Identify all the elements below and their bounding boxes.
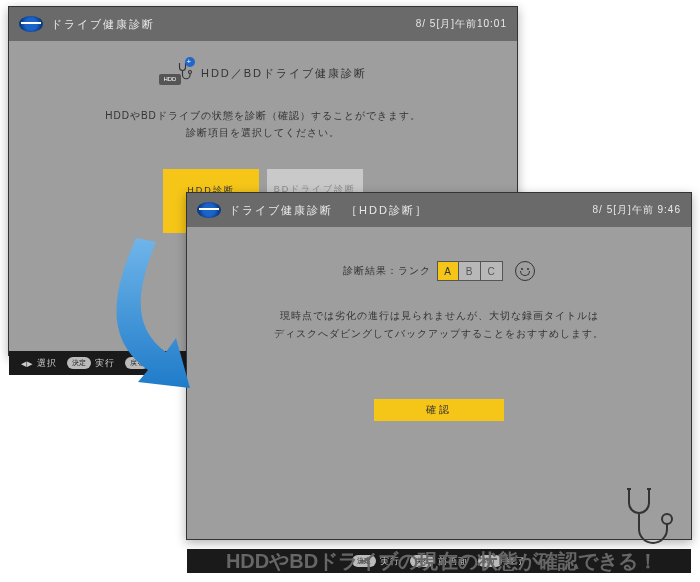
diagnosis-result-row: 診断結果：ランク A B C — [187, 261, 691, 281]
page-header: HDD + HDD／BDドライブ健康診断 — [9, 61, 517, 85]
caption: HDDやBDドライブの現在の状態が確認できる！ — [182, 548, 700, 575]
window-hdd-diagnosis-result: ドライブ健康診断 ［HDD診断］ 8/ 5[月]午前 9:46 診断結果：ランク… — [186, 192, 692, 540]
rank-b[interactable]: B — [459, 261, 481, 281]
footer-label: 前画面 — [153, 357, 183, 370]
rank-a[interactable]: A — [437, 261, 459, 281]
hdd-stethoscope-icon: HDD + — [159, 61, 193, 85]
button-pill-icon: 決定 — [67, 357, 91, 369]
brand-logo-icon — [19, 16, 43, 32]
msg-line: 現時点では劣化の進行は見られませんが、大切な録画タイトルは — [187, 307, 691, 325]
datetime: 8/ 5[月]午前10:01 — [416, 17, 507, 31]
brand-logo-icon — [197, 202, 221, 218]
footer-label: 実行 — [95, 357, 115, 370]
rank-c[interactable]: C — [481, 261, 503, 281]
result-label: 診断結果：ランク — [343, 264, 431, 278]
plus-badge-icon: + — [185, 57, 195, 67]
footer-back: 戻る 前画面 — [125, 357, 183, 370]
svg-point-2 — [662, 514, 672, 524]
description: HDDやBDドライブの状態を診断（確認）することができます。 診断項目を選択して… — [9, 107, 517, 141]
window-title: ドライブ健康診断 ［HDD診断］ — [229, 203, 593, 218]
footer-select: ◂▸ 選択 — [21, 357, 57, 370]
titlebar: ドライブ健康診断 8/ 5[月]午前10:01 — [9, 7, 517, 41]
smile-face-icon — [515, 261, 535, 281]
window-body: 診断結果：ランク A B C 現時点では劣化の進行は見られませんが、大切な録画タ… — [187, 261, 691, 549]
page-heading: HDD／BDドライブ健康診断 — [201, 66, 367, 81]
msg-line: ディスクへダビングしてバックアップすることをおすすめします。 — [187, 325, 691, 343]
diagnosis-message: 現時点では劣化の進行は見られませんが、大切な録画タイトルは ディスクへダビングし… — [187, 307, 691, 343]
footer-execute: 決定 実行 — [67, 357, 115, 370]
svg-point-0 — [188, 71, 191, 74]
description-line: HDDやBDドライブの状態を診断（確認）することができます。 — [9, 107, 517, 124]
confirm-button[interactable]: 確認 — [374, 399, 504, 421]
footer-label: 選択 — [37, 357, 57, 370]
description-line: 診断項目を選択してください。 — [9, 124, 517, 141]
datetime: 8/ 5[月]午前 9:46 — [593, 203, 681, 217]
window-title: ドライブ健康診断 — [51, 17, 416, 32]
stethoscope-large-icon — [619, 485, 675, 549]
arrow-left-right-icon: ◂▸ — [21, 357, 33, 370]
rank-boxes: A B C — [437, 261, 503, 281]
titlebar: ドライブ健康診断 ［HDD診断］ 8/ 5[月]午前 9:46 — [187, 193, 691, 227]
button-pill-icon: 戻る — [125, 357, 149, 369]
